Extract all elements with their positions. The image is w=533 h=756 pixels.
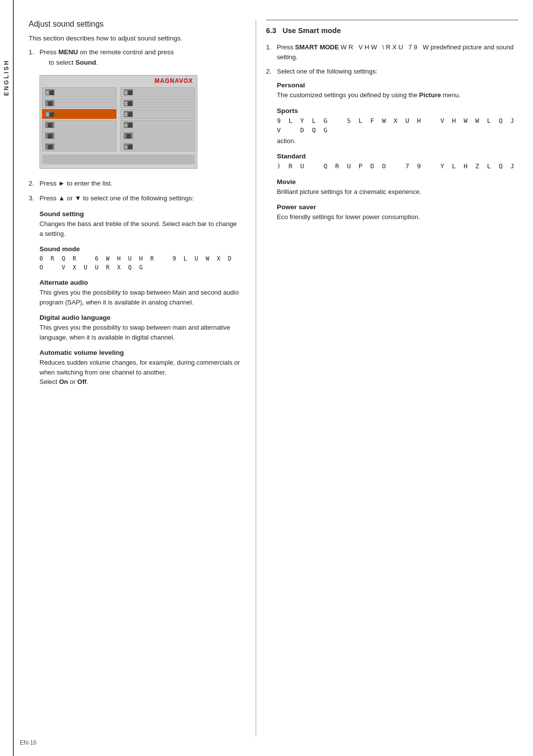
subsection-sound-mode: Sound mode 0 R Q R 6 W H U H R 9 L U W X… [39,245,241,272]
page-number: EN-16 [20,739,37,746]
sound-bold: Sound [76,59,96,66]
right-subsection-personal: Personal The customized settings you def… [277,81,518,100]
alternate-audio-text: This gives you the possibility to swap b… [39,288,241,307]
tv-menu-footer [42,154,195,164]
right-subsection-sports: Sports 9 L Y L G S L F W X U H V H W W L… [277,107,518,146]
menu-item-r5: ⬛ [120,131,195,141]
smart-mode-bold: SMART MODE [295,43,339,51]
off-bold: Off [77,378,87,385]
right-subsection-power-saver: Power saver Eco friendly settings for lo… [277,203,518,222]
menu-item-l3-selected: S⬛ [42,109,116,119]
menu-item-r1: S⬛ [120,87,195,97]
tv-menu-brand: MAGNAVOX [40,76,197,86]
tv-menu-body: S⬛ ⬛ S⬛ ⬛ ⬛ [40,86,197,152]
left-section-title: Adjust sound settings [29,20,241,29]
menu-item-r6: A⬛ [120,142,195,151]
step-2-num: 2. [29,179,39,189]
menu-item-l1: S⬛ [42,87,116,97]
subsection-auto-volume: Automatic volume leveling Reduces sudden… [39,349,241,387]
right-step-1-text: Press SMART MODE W R V H W \ R X U 7 9 W… [277,42,518,62]
right-subsection-standard: Standard ) R U Q R U P D O 7 9 Y L H Z L… [277,152,518,171]
menu-bold: MENU [58,48,78,56]
sound-setting-text: Changes the bass and treble of the sound… [39,219,241,238]
arrow-right-icon: ► [58,180,65,187]
menu-icon-r3: S⬛ [124,111,133,117]
menu-item-l4: ⬛ [42,120,116,130]
right-step-2-num: 2. [266,67,277,76]
personal-title: Personal [277,81,518,89]
menu-item-r2: S⬛ [120,98,195,108]
right-step-1: 1. Press SMART MODE W R V H W \ R X U 7 … [266,42,518,62]
menu-item-l5: ⬛ [42,131,116,141]
sports-encoded: 9 L Y L G S L F W X U H V H W W L Q J V … [277,116,518,135]
menu-icon-l1: S⬛ [45,89,54,95]
right-step-1-num: 1. [266,42,277,62]
tv-menu-right-col: S⬛ S⬛ S⬛ A⬛ ⬛ [118,86,197,152]
menu-item-l6: ⬛ [42,142,116,151]
standard-title: Standard [277,152,518,160]
sports-text: action. [277,136,518,146]
right-subsection-movie: Movie Brilliant picture settings for a c… [277,178,518,197]
menu-icon-r1: S⬛ [124,89,133,95]
step-3-text: Press ▲ or ▼ to select one of the follow… [39,193,194,203]
power-saver-text: Eco friendly settings for lower power co… [277,212,518,222]
right-section-heading: 6.3 Use Smart mode [266,26,518,37]
menu-icon-l2: ⬛ [45,100,54,106]
page-footer: EN-16 [20,739,37,746]
tv-menu-mockup: MAGNAVOX S⬛ ⬛ S⬛ ⬛ [39,75,197,169]
menu-icon-r2: S⬛ [124,100,133,106]
menu-icon-l5: ⬛ [45,133,54,139]
subsection-sound-setting: Sound setting Changes the bass and trebl… [39,210,241,238]
personal-text: The customized settings you defined by u… [277,90,518,100]
menu-icon-l4: ⬛ [45,122,54,128]
step-1-num: 1. [29,47,39,68]
menu-item-r3: S⬛ [120,109,195,119]
menu-icon-l3: S⬛ [45,111,54,117]
step-2-text: Press ► to enter the list. [39,179,113,189]
right-divider [266,20,518,20]
menu-icon-r5: ⬛ [124,133,133,139]
sound-setting-title: Sound setting [39,210,241,218]
subsection-digital-audio: Digital audio language This gives you th… [39,314,241,342]
menu-item-l2: ⬛ [42,98,116,108]
power-saver-title: Power saver [277,203,518,211]
tv-menu-left-col: S⬛ ⬛ S⬛ ⬛ ⬛ [40,86,118,152]
sound-mode-encoded: 0 R Q R 6 W H U H R 9 L U W X D O V X U … [39,254,241,272]
arrow-down-icon: ▼ [75,194,81,202]
section-title: Use Smart mode [282,26,341,35]
movie-title: Movie [277,178,518,186]
sports-title: Sports [277,107,518,114]
section-num: 6.3 [266,26,276,35]
alternate-audio-title: Alternate audio [39,279,241,286]
left-column: Adjust sound settings This section descr… [14,20,256,736]
left-intro: This section describes how to adjust sou… [29,34,241,43]
right-step-2-text: Select one of the following settings: [277,67,378,76]
step-1-text: Press MENU on the remote control and pre… [39,47,174,68]
right-step-2: 2. Select one of the following settings: [266,67,518,76]
movie-text: Brilliant picture settings for a cinemat… [277,187,518,197]
menu-icon-r4: A⬛ [124,122,133,128]
step-3: 3. Press ▲ or ▼ to select one of the fol… [29,193,241,203]
standard-encoded: ) R U Q R U P D O 7 9 Y L H Z L Q J [277,161,518,171]
arrow-up-icon: ▲ [58,194,65,202]
menu-icon-r6: A⬛ [124,144,133,150]
auto-volume-title: Automatic volume leveling [39,349,241,356]
right-subsections: Personal The customized settings you def… [277,81,518,222]
step-3-num: 3. [29,193,39,203]
menu-item-r4: A⬛ [120,120,195,130]
digital-audio-text: This gives you the possibility to swap b… [39,323,241,342]
step-2: 2. Press ► to enter the list. [29,179,241,189]
right-column: 6.3 Use Smart mode 1. Press SMART MODE W… [256,20,533,736]
sound-mode-title: Sound mode [39,245,241,253]
picture-bold: Picture [419,91,441,99]
language-text: ENGLISH [3,59,10,96]
digital-audio-title: Digital audio language [39,314,241,321]
menu-icon-l6: ⬛ [45,144,54,150]
on-bold: On [59,378,68,385]
step-1: 1. Press MENU on the remote control and … [29,47,241,68]
auto-volume-text: Reduces sudden volume changes, for examp… [39,358,241,387]
side-language-label: ENGLISH [0,0,14,756]
subsection-alternate-audio: Alternate audio This gives you the possi… [39,279,241,307]
